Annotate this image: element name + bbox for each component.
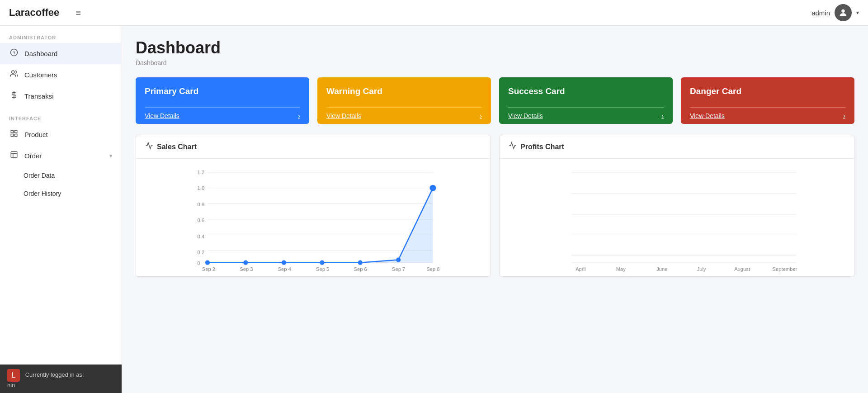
- x-label-april: April: [576, 266, 585, 272]
- dot-sep4: [282, 260, 286, 265]
- sidebar-item-dashboard[interactable]: Dashboard: [0, 43, 122, 64]
- laravel-logo: L: [7, 369, 20, 382]
- y-label-02: 0.2: [198, 250, 205, 255]
- warning-card-title: Warning Card: [326, 86, 482, 96]
- success-card-link[interactable]: View Details: [508, 112, 543, 119]
- x-label-sep3: Sep 3: [240, 266, 253, 272]
- cards-row: Primary Card View Details › Warning Card…: [136, 77, 854, 124]
- primary-card-chevron-icon: ›: [298, 112, 300, 119]
- danger-card-footer[interactable]: View Details ›: [690, 107, 845, 124]
- profits-chart-icon: [509, 142, 517, 152]
- primary-card-link[interactable]: View Details: [145, 112, 179, 119]
- y-label-12: 1.2: [198, 170, 205, 175]
- svg-rect-6: [15, 134, 17, 137]
- sidebar-item-product[interactable]: Product: [0, 124, 122, 145]
- page-title: Dashboard: [136, 38, 854, 57]
- warning-card-link[interactable]: View Details: [326, 112, 361, 119]
- sidebar-item-customers-label: Customers: [24, 71, 113, 79]
- profits-chart-svg: April May June July August September: [507, 166, 847, 272]
- sidebar-item-order-data-label: Order Data: [24, 172, 113, 179]
- x-label-sep5: Sep 5: [316, 266, 329, 272]
- danger-card-link[interactable]: View Details: [690, 112, 725, 119]
- transaksi-icon: [9, 91, 19, 101]
- x-label-august: August: [734, 266, 750, 272]
- x-label-july: July: [697, 266, 706, 272]
- breadcrumb: Dashboard: [136, 59, 854, 66]
- success-card-chevron-icon: ›: [661, 112, 664, 119]
- primary-card-footer[interactable]: View Details ›: [145, 107, 300, 124]
- sidebar-item-product-label: Product: [24, 131, 113, 138]
- success-card-title: Success Card: [508, 86, 664, 96]
- x-label-sep6: Sep 6: [354, 266, 367, 272]
- dot-sep6: [358, 260, 363, 265]
- svg-rect-5: [15, 130, 17, 133]
- sidebar-section-interface: INTERFACE Product Order: [0, 107, 122, 203]
- svg-rect-7: [11, 134, 13, 137]
- order-icon: [9, 151, 19, 161]
- sales-chart-svg: 1.2 1.0 0.8 0.6 0.4 0.2 0: [143, 166, 483, 272]
- sidebar-item-order[interactable]: Order ▾: [0, 145, 122, 166]
- user-menu[interactable]: admin ▾: [811, 4, 859, 21]
- dot-sep2: [205, 260, 210, 265]
- x-label-september: September: [773, 266, 797, 272]
- warning-card-footer[interactable]: View Details ›: [326, 107, 482, 124]
- customers-icon: [9, 70, 19, 80]
- app-brand: Laracoffee: [9, 7, 59, 19]
- avatar: [835, 4, 852, 21]
- y-label-10: 1.0: [198, 185, 205, 191]
- charts-row: Sales Chart 1.2 1.0 0.8 0.6 0.4 0.2 0: [136, 135, 854, 277]
- sidebar-section-label-interface: INTERFACE: [0, 107, 122, 124]
- svg-point-2: [12, 71, 14, 73]
- svg-rect-8: [11, 152, 17, 158]
- svg-point-0: [841, 9, 844, 13]
- user-menu-caret-icon: ▾: [856, 9, 859, 16]
- x-label-may: May: [616, 266, 626, 272]
- dot-sep8: [429, 185, 436, 191]
- sidebar-item-transaksi-label: Transaksi: [24, 92, 113, 100]
- sales-chart-card: Sales Chart 1.2 1.0 0.8 0.6 0.4 0.2 0: [136, 135, 491, 277]
- profits-chart-body: April May June July August September: [500, 159, 854, 276]
- x-label-sep7: Sep 7: [392, 266, 405, 272]
- sales-line: [208, 188, 433, 263]
- navbar-left: Laracoffee ≡: [9, 7, 81, 19]
- y-label-08: 0.8: [198, 202, 205, 207]
- username-label: admin: [811, 9, 830, 17]
- danger-card-chevron-icon: ›: [843, 112, 845, 119]
- main-content: Dashboard Dashboard Primary Card View De…: [122, 26, 868, 393]
- sidebar-item-order-history[interactable]: Order History: [0, 185, 122, 203]
- sidebar-section-admin: ADMINISTRATOR Dashboard: [0, 26, 122, 107]
- y-label-06: 0.6: [198, 218, 205, 223]
- profits-chart-card: Profits Chart April May June: [499, 135, 854, 277]
- sales-area: [208, 188, 433, 263]
- dashboard-icon: [9, 48, 19, 59]
- danger-card-title: Danger Card: [690, 86, 845, 96]
- sales-chart-header: Sales Chart: [136, 135, 491, 159]
- sidebar-item-order-history-label: Order History: [24, 190, 113, 197]
- footer-username: hin: [7, 382, 15, 388]
- x-label-sep8: Sep 8: [426, 266, 439, 272]
- x-label-june: June: [656, 266, 667, 272]
- dot-sep7: [396, 257, 401, 262]
- danger-card: Danger Card View Details ›: [681, 77, 854, 124]
- success-card-footer[interactable]: View Details ›: [508, 107, 664, 124]
- x-label-sep4: Sep 4: [278, 266, 291, 272]
- sales-chart-title: Sales Chart: [157, 143, 197, 151]
- sales-chart-body: 1.2 1.0 0.8 0.6 0.4 0.2 0: [136, 159, 491, 276]
- sales-chart-icon: [145, 142, 153, 152]
- sidebar-item-customers[interactable]: Customers: [0, 64, 122, 85]
- svg-rect-4: [11, 130, 13, 133]
- warning-card-chevron-icon: ›: [480, 112, 482, 119]
- navbar: Laracoffee ≡ admin ▾: [0, 0, 868, 26]
- sidebar-item-transaksi[interactable]: Transaksi: [0, 85, 122, 107]
- menu-toggle-icon[interactable]: ≡: [75, 8, 81, 18]
- success-card: Success Card View Details ›: [499, 77, 673, 124]
- sidebar-section-label-admin: ADMINISTRATOR: [0, 26, 122, 43]
- profits-chart-title: Profits Chart: [520, 143, 564, 151]
- profits-chart-header: Profits Chart: [500, 135, 854, 159]
- dot-sep3: [243, 260, 248, 265]
- sidebar-item-order-data[interactable]: Order Data: [0, 166, 122, 185]
- y-label-00: 0: [198, 260, 200, 266]
- order-chevron-icon: ▾: [109, 152, 113, 159]
- sidebar-item-order-label: Order: [24, 152, 104, 160]
- sidebar-item-dashboard-label: Dashboard: [24, 50, 113, 57]
